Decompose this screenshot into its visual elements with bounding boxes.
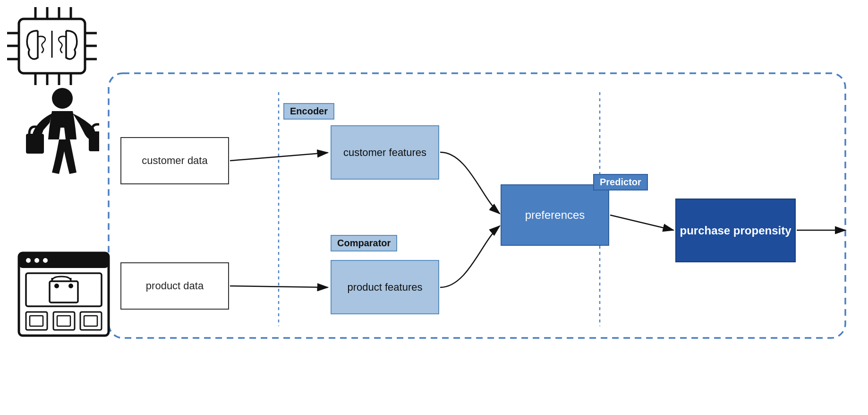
svg-rect-11 — [89, 131, 99, 151]
svg-line-5 — [230, 153, 328, 161]
svg-point-14 — [26, 258, 31, 263]
predictor-label-tag: Predictor — [593, 174, 648, 190]
shopper-icon — [24, 85, 99, 180]
svg-rect-25 — [57, 316, 70, 326]
svg-rect-18 — [50, 281, 78, 303]
customer-data-box: customer data — [120, 137, 229, 184]
comparator-label-tag: Comparator — [331, 235, 397, 251]
encoder-label: Encoder — [290, 106, 328, 116]
svg-point-16 — [43, 258, 48, 263]
product-data-label: product data — [146, 280, 204, 292]
preferences-box: preferences — [501, 184, 609, 246]
comparator-label: Comparator — [337, 238, 391, 248]
brain-chip-icon — [0, 0, 104, 92]
svg-line-6 — [230, 286, 328, 287]
preferences-label: preferences — [525, 208, 585, 222]
svg-point-15 — [34, 258, 39, 263]
svg-rect-10 — [26, 134, 44, 154]
product-features-box: product features — [331, 260, 439, 314]
product-data-box: product data — [120, 262, 229, 310]
purchase-propensity-box: purchase propensity — [675, 199, 796, 262]
svg-rect-24 — [30, 316, 43, 326]
svg-rect-17 — [26, 273, 102, 306]
customer-features-box: customer features — [331, 125, 439, 180]
svg-rect-13 — [19, 253, 109, 268]
encoder-label-tag: Encoder — [283, 103, 334, 120]
svg-point-19 — [54, 284, 59, 288]
svg-point-20 — [68, 284, 73, 288]
product-features-label: product features — [348, 281, 423, 294]
svg-line-7 — [610, 215, 673, 230]
purchase-propensity-label: purchase propensity — [680, 224, 791, 237]
customer-data-label: customer data — [142, 155, 207, 167]
predictor-label: Predictor — [600, 177, 641, 187]
website-icon — [17, 251, 104, 333]
diagram-container: customer data product data customer feat… — [0, 0, 868, 415]
customer-features-label: customer features — [343, 147, 426, 159]
svg-rect-26 — [84, 316, 97, 326]
